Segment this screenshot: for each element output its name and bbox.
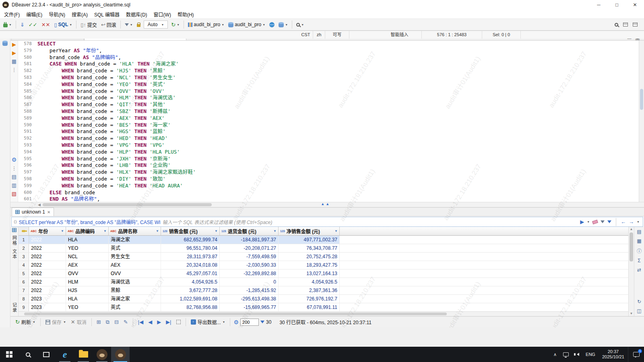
tray-language[interactable]: ENG (582, 347, 599, 362)
export-result-icon[interactable]: ▤ (12, 174, 17, 179)
column-filter-icon[interactable]: ▼ (273, 229, 277, 233)
cell[interactable]: 96,551,780.04 (161, 244, 220, 252)
taskbar-dbeaver-button[interactable] (93, 347, 111, 362)
code-line[interactable]: 581 CASE WHEN brand_code = 'HLA' THEN '海… (18, 61, 639, 68)
notification-center-button[interactable]: 1 (628, 347, 644, 362)
cell[interactable]: 726,976,192.7 (279, 295, 340, 303)
code-line[interactable]: 600 ELSE brand_code (18, 189, 639, 196)
funnel-icon[interactable] (607, 220, 611, 223)
row-number[interactable]: 2 (19, 244, 29, 252)
filter-history-icon[interactable]: ▼ (587, 220, 590, 223)
cell[interactable]: 海澜之家 (109, 236, 161, 244)
table-row[interactable]: 92023YEO英式82,768,956.88-15,689,965.7767,… (19, 303, 628, 311)
table-row[interactable]: 12022HLA海澜之家682,652,999.74-184,881,997.3… (19, 236, 628, 244)
taskbar-ie-button[interactable]: e (56, 347, 74, 362)
editor-vertical-scrollbar[interactable] (639, 41, 644, 202)
scrollbar-thumb[interactable] (630, 232, 633, 261)
start-button[interactable] (0, 347, 19, 362)
last-row-button[interactable]: ▶| (164, 319, 173, 325)
row-number[interactable]: 1 (19, 236, 29, 244)
next-row-button[interactable]: ▶ (155, 319, 163, 325)
menu-item-6[interactable]: 窗口(W) (151, 10, 174, 19)
code-line[interactable]: 578SELECT (18, 41, 639, 47)
cell[interactable]: 2,387,361.36 (279, 286, 340, 294)
row-number[interactable]: 5 (19, 269, 29, 278)
panel-layout-icon[interactable]: ◫ (637, 308, 641, 314)
save-button[interactable]: 保存▼ (44, 318, 68, 326)
table-row[interactable]: 82023HLA海澜之家1,022,589,691.08-295,613,498… (19, 295, 628, 303)
menu-item-2[interactable]: 导航(N) (45, 10, 68, 19)
commit-button[interactable]: ▯↑提交 (79, 20, 99, 29)
column-header-4[interactable]: 123退货金额 (元)▼ (220, 227, 279, 235)
cell[interactable]: 海澜优选 (109, 278, 161, 286)
cell[interactable]: HLM (66, 278, 109, 286)
duplicate-row-button[interactable]: ⧉ (104, 319, 111, 325)
code-line[interactable]: 588 WHEN brand_code = 'SBZ' THEN '斯搏兹' (18, 108, 639, 115)
cell[interactable]: 2022 (29, 261, 66, 269)
code-line[interactable]: 592 WHEN brand_code = 'HED' THEN 'HEAD' (18, 135, 639, 142)
column-filter-icon[interactable]: ▼ (103, 229, 107, 233)
export-data-button[interactable]: ↑导出数据...▼ (189, 318, 227, 326)
scroll-left-arrow-icon[interactable]: ◀ (38, 202, 41, 208)
minimize-button[interactable]: ─ (590, 0, 608, 10)
cell[interactable]: 2022 (29, 286, 66, 294)
tray-display-icon[interactable] (560, 347, 572, 362)
column-filter-icon[interactable]: ▼ (156, 229, 159, 233)
menu-item-0[interactable]: 文件(F) (1, 10, 23, 19)
cancel-button[interactable]: ✕取消 (69, 318, 88, 326)
row-number[interactable]: 3 (19, 253, 29, 261)
column-filter-icon[interactable]: ▼ (215, 229, 218, 233)
panel-aggregate-icon[interactable]: Σ (638, 258, 640, 263)
cell[interactable]: 黑鲸 (109, 286, 161, 294)
menu-item-3[interactable]: 搜索(A) (68, 10, 91, 19)
code-line[interactable]: 591 WHEN brand_code = 'HGS' THEN '蓝鲸' (18, 128, 639, 135)
cell[interactable]: 0 (220, 278, 279, 286)
cell[interactable]: HLA (66, 236, 109, 244)
cell[interactable]: 2022 (29, 253, 66, 261)
table-row[interactable]: 42022AEXAEX20,324,018.08-2,030,590.3318,… (19, 261, 628, 269)
cell[interactable]: 2023 (29, 303, 66, 311)
panel-grid-icon[interactable]: ▦ (637, 238, 641, 244)
code-line[interactable]: 582 WHEN brand_code = 'HJS' THEN '黑鲸' (18, 68, 639, 74)
scrollbar-thumb[interactable] (640, 89, 643, 110)
code-line[interactable]: 598 WHEN brand_code = 'DIY' THEN '致加' (18, 176, 639, 183)
sql-editor-button[interactable]: ▯SQL▼ (52, 21, 74, 29)
code-line[interactable]: 580 brand_code AS "品牌编码", (18, 54, 639, 61)
menu-item-1[interactable]: 编辑(E) (23, 10, 45, 19)
lock-button[interactable] (135, 21, 142, 28)
filter-input[interactable]: 输入一个 SQL 表达式来过滤结果 (使用 Ctrl+Space) (163, 218, 578, 225)
rollback-button[interactable]: ↩回滚 (99, 20, 118, 29)
cell[interactable]: 28,311,973.87 (161, 253, 220, 261)
execute-statement-icon[interactable]: ▶ (12, 42, 16, 47)
panel-value-icon[interactable]: ▤ (637, 229, 641, 234)
transaction-log-button[interactable]: ▼ (123, 22, 134, 27)
edit-value-button[interactable]: ✎ (122, 319, 130, 325)
code-line[interactable]: 593 WHEN brand_code = 'VPG' THEN 'VPG' (18, 142, 639, 149)
database-navigator-icon[interactable] (2, 42, 8, 46)
menu-item-4[interactable]: SQL 编辑器 (91, 10, 123, 19)
network-button[interactable] (268, 21, 276, 29)
layout-icon[interactable] (633, 23, 638, 27)
column-filter-icon[interactable]: ▼ (61, 229, 64, 233)
previous-row-button[interactable]: ◀ (147, 319, 154, 325)
cell[interactable]: 2022 (29, 244, 66, 252)
explain-plan-icon[interactable]: ▦ (12, 59, 17, 64)
cell[interactable]: -295,613,498.38 (220, 295, 279, 303)
cell[interactable]: 67,078,991.11 (279, 303, 340, 311)
sql-code-editor[interactable]: 578SELECT579 perYear AS "年份",580 brand_c… (18, 41, 639, 202)
cell[interactable]: 76,343,708.77 (279, 244, 340, 252)
menu-item-7[interactable]: 帮助(H) (174, 10, 197, 19)
result-view-tab-0[interactable]: 网格 (11, 235, 18, 246)
cell[interactable]: -20,208,071.27 (220, 244, 279, 252)
row-number[interactable]: 6 (19, 278, 29, 286)
cell[interactable]: 682,652,999.74 (161, 236, 220, 244)
funnel-outline-icon[interactable] (601, 220, 605, 223)
cell[interactable]: 海澜之家 (109, 295, 161, 303)
panel-references-icon[interactable]: ⇄ (637, 267, 641, 273)
cell[interactable]: -2,030,590.33 (220, 261, 279, 269)
cell[interactable]: HJS (66, 286, 109, 294)
cell[interactable]: -7,559,498.59 (220, 253, 279, 261)
cell[interactable]: -184,881,997.37 (220, 236, 279, 244)
code-line[interactable]: 586 WHEN brand_code = 'HLM' THEN '海澜优选' (18, 95, 639, 101)
cell[interactable]: 2022 (29, 278, 66, 286)
